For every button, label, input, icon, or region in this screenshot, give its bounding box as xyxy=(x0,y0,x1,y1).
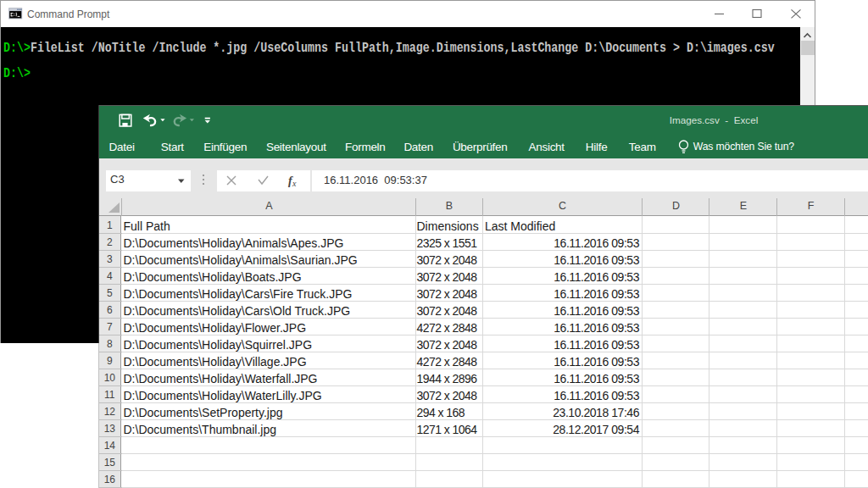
svg-text:x: x xyxy=(292,179,297,188)
